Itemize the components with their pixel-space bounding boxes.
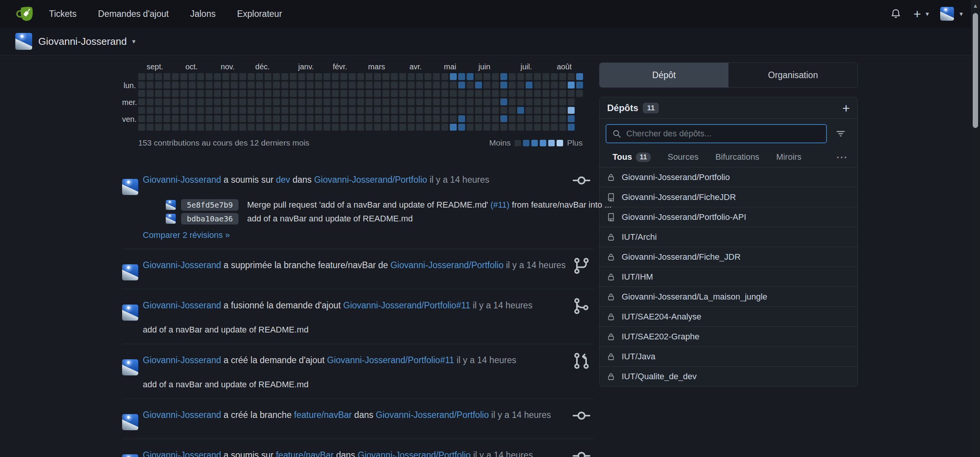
heatmap-cell[interactable]	[332, 73, 339, 80]
heatmap-cell[interactable]	[374, 90, 381, 97]
heatmap-cell[interactable]	[526, 73, 532, 80]
heatmap-cell[interactable]	[155, 82, 162, 88]
heatmap-cell[interactable]	[180, 107, 187, 114]
heatmap-cell[interactable]	[290, 82, 297, 88]
feed-link[interactable]: feature/navBar	[294, 410, 352, 420]
heatmap-cell[interactable]	[298, 124, 305, 131]
heatmap-cell[interactable]	[155, 124, 162, 131]
heatmap-cell[interactable]	[416, 82, 423, 88]
heatmap-cell[interactable]	[222, 107, 229, 114]
chevron-down-icon[interactable]: ▾	[132, 38, 136, 46]
feed-link[interactable]: Giovanni-Josserand/Portfolio#11	[343, 300, 470, 310]
heatmap-cell[interactable]	[206, 73, 212, 80]
heatmap-cell[interactable]	[391, 73, 398, 80]
heatmap-cell[interactable]	[307, 73, 314, 80]
heatmap-cell[interactable]	[517, 73, 524, 80]
heatmap-cell[interactable]	[315, 98, 322, 105]
heatmap-cell[interactable]	[273, 98, 280, 105]
heatmap-cell[interactable]	[138, 73, 145, 80]
heatmap-cell[interactable]	[214, 98, 221, 105]
heatmap-cell[interactable]	[138, 98, 145, 105]
heatmap-cell[interactable]	[391, 82, 398, 88]
avatar[interactable]	[122, 179, 138, 195]
heatmap-cell[interactable]	[458, 124, 465, 131]
heatmap-cell[interactable]	[399, 82, 406, 88]
heatmap-cell[interactable]	[265, 82, 271, 88]
heatmap-cell[interactable]	[349, 73, 356, 80]
feed-link[interactable]: Giovanni-Josserand/Portfolio	[314, 175, 427, 185]
heatmap-cell[interactable]	[290, 73, 297, 80]
heatmap-cell[interactable]	[248, 115, 255, 122]
heatmap-cell[interactable]	[214, 124, 221, 131]
heatmap-cell[interactable]	[323, 73, 330, 80]
heatmap-cell[interactable]	[551, 98, 558, 105]
heatmap-cell[interactable]	[147, 107, 154, 114]
heatmap-cell[interactable]	[441, 82, 448, 88]
heatmap-cell[interactable]	[357, 82, 364, 88]
heatmap-cell[interactable]	[332, 98, 339, 105]
heatmap-cell[interactable]	[189, 98, 196, 105]
heatmap-cell[interactable]	[534, 107, 541, 114]
heatmap-cell[interactable]	[416, 98, 423, 105]
heatmap-cell[interactable]	[332, 115, 339, 122]
heatmap-cell[interactable]	[568, 107, 575, 114]
heatmap-cell[interactable]	[357, 90, 364, 97]
heatmap-cell[interactable]	[281, 107, 288, 114]
tab-organisation[interactable]: Organisation	[728, 63, 858, 87]
heatmap-cell[interactable]	[273, 115, 280, 122]
heatmap-cell[interactable]	[517, 82, 524, 88]
heatmap-cell[interactable]	[197, 90, 204, 97]
heatmap-cell[interactable]	[534, 82, 541, 88]
heatmap-cell[interactable]	[517, 98, 524, 105]
repo-row[interactable]: Giovanni-Josserand/La_maison_jungle	[599, 287, 858, 306]
heatmap-cell[interactable]	[416, 107, 423, 114]
heatmap-cell[interactable]	[500, 82, 507, 88]
heatmap-cell[interactable]	[163, 98, 170, 105]
heatmap-cell[interactable]	[357, 98, 364, 105]
heatmap-cell[interactable]	[155, 98, 162, 105]
repo-row[interactable]: IUT/IHM	[599, 267, 858, 287]
heatmap-cell[interactable]	[231, 82, 238, 88]
feed-link[interactable]: feature/navBar	[276, 450, 334, 457]
heatmap-cell[interactable]	[281, 124, 288, 131]
heatmap-cell[interactable]	[559, 107, 566, 114]
heatmap-cell[interactable]	[542, 98, 549, 105]
feed-link[interactable]: Giovanni-Josserand	[143, 410, 221, 420]
heatmap-cell[interactable]	[475, 107, 482, 114]
heatmap-cell[interactable]	[416, 90, 423, 97]
heatmap-cell[interactable]	[517, 124, 524, 131]
repo-search-input[interactable]	[626, 129, 821, 139]
heatmap-cell[interactable]	[239, 82, 246, 88]
heatmap-cell[interactable]	[155, 90, 162, 97]
heatmap-cell[interactable]	[180, 82, 187, 88]
heatmap-cell[interactable]	[248, 98, 255, 105]
feed-link[interactable]: Giovanni-Josserand	[143, 355, 221, 365]
heatmap-cell[interactable]	[206, 90, 212, 97]
heatmap-cell[interactable]	[391, 107, 398, 114]
heatmap-cell[interactable]	[425, 124, 431, 131]
heatmap-cell[interactable]	[475, 115, 482, 122]
heatmap-cell[interactable]	[163, 90, 170, 97]
heatmap-cell[interactable]	[500, 115, 507, 122]
heatmap-cell[interactable]	[239, 98, 246, 105]
heatmap-cell[interactable]	[433, 115, 440, 122]
heatmap-cell[interactable]	[408, 82, 415, 88]
heatmap-cell[interactable]	[391, 115, 398, 122]
heatmap-cell[interactable]	[222, 115, 229, 122]
heatmap-cell[interactable]	[526, 98, 532, 105]
heatmap-cell[interactable]	[526, 82, 532, 88]
heatmap-cell[interactable]	[450, 124, 457, 131]
heatmap-cell[interactable]	[500, 90, 507, 97]
heatmap-cell[interactable]	[374, 98, 381, 105]
heatmap-cell[interactable]	[366, 124, 372, 131]
heatmap-cell[interactable]	[138, 90, 145, 97]
heatmap-cell[interactable]	[391, 90, 398, 97]
heatmap-cell[interactable]	[349, 82, 356, 88]
heatmap-cell[interactable]	[568, 115, 575, 122]
heatmap-cell[interactable]	[366, 90, 372, 97]
heatmap-cell[interactable]	[517, 115, 524, 122]
heatmap-cell[interactable]	[172, 90, 179, 97]
heatmap-cell[interactable]	[399, 124, 406, 131]
heatmap-cell[interactable]	[366, 98, 372, 105]
heatmap-cell[interactable]	[163, 107, 170, 114]
